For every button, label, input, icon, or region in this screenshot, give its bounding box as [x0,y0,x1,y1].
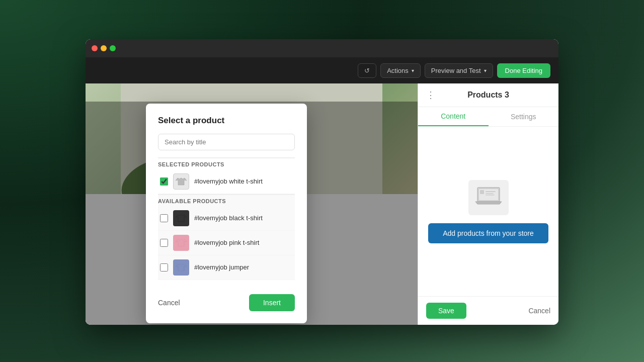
list-item[interactable]: #lovemyjob white t-shirt [158,169,295,194]
title-bar [86,39,558,57]
preview-button[interactable]: Preview and Test ▾ [425,63,493,78]
product-checkbox-white-tshirt[interactable] [160,177,168,186]
svg-rect-13 [486,193,494,194]
product-name: #lovemyjob jumper [194,263,293,271]
product-thumbnail [173,173,189,190]
history-icon: ↺ [364,67,370,74]
available-section-label: AVAILABLE PRODUCTS [158,195,295,206]
sidebar-footer: Save Cancel [418,296,558,325]
modal-title: Select a product [158,116,295,126]
app-window: ↺ Actions ▾ Preview and Test ▾ Done Edit… [86,39,558,325]
canvas-area[interactable]: Click here to grab a Select a product [86,83,418,325]
add-products-button[interactable]: Add products from your store [428,223,548,243]
modal-overlay: Select a product SELECTED PRODUCTS [86,102,418,325]
product-checkbox-black-tshirt[interactable] [160,214,168,222]
tab-content[interactable]: Content [418,107,489,126]
svg-rect-12 [486,191,496,192]
traffic-lights [92,45,116,51]
sidebar-cancel-button[interactable]: Cancel [528,307,550,315]
minimize-button[interactable] [101,45,107,51]
product-name: #lovemyjob pink t-shirt [194,239,293,246]
sidebar-content: Add products from your store [418,127,558,296]
modal-cancel-button[interactable]: Cancel [158,299,180,307]
tshirt-thumb-icon [176,238,187,247]
selected-products-section: SELECTED PRODUCTS #lovemyjob white t-shi… [158,157,295,194]
maximize-button[interactable] [110,45,116,51]
done-label: Done Editing [505,67,542,74]
svg-rect-15 [480,190,484,194]
sidebar-header: ⋮ Products 3 [418,83,558,107]
product-thumbnail [173,235,189,251]
history-button[interactable]: ↺ [358,63,376,78]
list-item[interactable]: #lovemyjob pink t-shirt [158,231,295,255]
right-sidebar: ⋮ Products 3 Content Settings [418,83,558,325]
preview-chevron: ▾ [484,68,487,73]
svg-rect-14 [486,195,495,196]
list-item[interactable]: #lovemyjob black t-shirt [158,206,295,231]
done-editing-button[interactable]: Done Editing [497,63,550,78]
select-product-modal: Select a product SELECTED PRODUCTS [146,104,307,323]
tshirt-thumb-icon [176,263,187,272]
product-checkbox-pink-tshirt[interactable] [160,239,168,247]
product-checkbox-jumper[interactable] [160,263,168,272]
sidebar-menu-icon[interactable]: ⋮ [426,89,435,101]
actions-chevron: ▾ [412,68,414,73]
product-thumbnail [173,259,189,276]
product-name: #lovemyjob black t-shirt [194,214,293,222]
actions-button[interactable]: Actions ▾ [380,63,421,78]
toolbar: ↺ Actions ▾ Preview and Test ▾ Done Edit… [86,57,558,83]
tshirt-thumb-icon [176,177,187,186]
laptop-icon [473,185,504,210]
product-placeholder-icon [468,180,509,215]
modal-insert-button[interactable]: Insert [249,294,295,311]
close-button[interactable] [92,45,98,51]
product-thumbnail [173,210,189,226]
tshirt-thumb-icon [176,214,187,223]
main-area: Click here to grab a Select a product [86,83,558,325]
save-button[interactable]: Save [426,303,466,319]
sidebar-title: Products 3 [435,90,541,100]
actions-label: Actions [387,67,409,74]
sidebar-tabs: Content Settings [418,107,558,127]
selected-section-label: SELECTED PRODUCTS [158,158,295,169]
list-item[interactable]: #lovemyjob jumper [158,255,295,280]
preview-label: Preview and Test [431,67,481,74]
tab-settings[interactable]: Settings [489,107,559,126]
product-name: #lovemyjob white t-shirt [194,177,293,185]
product-search-input[interactable] [158,134,295,150]
available-products-section: AVAILABLE PRODUCTS #lovemyjob black t-sh… [158,194,295,280]
modal-footer: Cancel Insert [158,290,295,311]
